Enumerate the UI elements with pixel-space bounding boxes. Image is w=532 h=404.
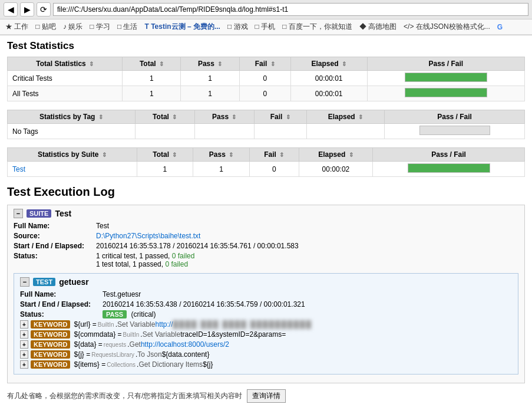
pass-badge: PASS (103, 310, 127, 318)
sort-icon[interactable]: ⇕ (172, 114, 177, 120)
test-status-label: Status: (20, 310, 103, 318)
show-detail-button[interactable]: 查询详情 (247, 389, 286, 403)
bookmark-entertainment[interactable]: ♪ 娱乐 (61, 21, 84, 32)
col-suite-statistics: Statistics by Suite ⇕ (8, 148, 137, 162)
failed-count: 0 failed (172, 252, 195, 260)
bookmark-json[interactable]: </> 在线JSON校验格式化... (402, 21, 492, 32)
row-fail: 0 (239, 86, 290, 101)
address-bar[interactable] (53, 3, 528, 16)
keyword-row-4: + KEYWORD ${j} = RequestsLibrary . To Js… (20, 350, 512, 359)
keyword-badge-4: KEYWORD (31, 350, 70, 359)
bookmark-tieba[interactable]: □ 贴吧 (34, 21, 58, 32)
sort-icon[interactable]: ⇕ (279, 152, 284, 158)
row-total: 1 (137, 162, 193, 177)
sort-icon[interactable]: ⇕ (286, 114, 290, 120)
bookmark-study[interactable]: □ 学习 (88, 21, 112, 32)
test-collapse-button[interactable]: − (20, 277, 29, 287)
suite-collapse-button[interactable]: − (14, 209, 23, 218)
localhost-link[interactable]: http://localhost:8000/users/2 (141, 340, 229, 349)
bookmark-gaode[interactable]: ◆ 高德地图 (358, 21, 398, 32)
sort-icon[interactable]: ⇕ (102, 152, 107, 158)
bookmark-life[interactable]: □ 生活 (115, 21, 140, 32)
keyword-badge-3: KEYWORD (31, 340, 70, 349)
sort-icon[interactable]: ⇕ (229, 152, 233, 158)
col-passfail: Pass / Fail (367, 57, 524, 71)
sort-icon[interactable]: ⇕ (358, 114, 363, 120)
row-name: Critical Tests (8, 71, 123, 86)
col-tag-passfail: Pass / Fail (385, 110, 525, 124)
suite-link[interactable]: Test (12, 165, 25, 173)
bookmark-phone[interactable]: □ 手机 (253, 21, 277, 32)
test-full-name-label: Full Name: (20, 290, 103, 298)
row-notags: No Tags (8, 124, 136, 139)
sort-pass-icon[interactable]: ⇕ (217, 61, 222, 67)
keyword-method-5: Get Dictionary Items (138, 360, 203, 369)
keyword-expand-3[interactable]: + (20, 340, 28, 349)
timing-label: Start / End / Elapsed: (14, 242, 96, 250)
bookmark-work[interactable]: ★ 工作 (4, 21, 30, 32)
progress-fill (408, 164, 490, 172)
status-label: Status: (14, 252, 96, 268)
sort-icon[interactable]: ⇕ (349, 152, 353, 158)
test-timing-value: 20160214 16:35:53.438 / 20160214 16:35:5… (103, 300, 512, 308)
source-value[interactable]: D:\Python27\Scripts\baihe\test.txt (96, 232, 518, 240)
keyword-badge-2: KEYWORD (31, 330, 70, 339)
keyword-text-1: ${url} = (74, 320, 96, 329)
keyword-value-link-3[interactable]: http://localhost:8000/users/2 (141, 340, 229, 349)
keyword-expand-2[interactable]: + (20, 330, 28, 339)
timing-value: 20160214 16:35:53.178 / 20160214 16:35:5… (96, 242, 518, 250)
sort-tag-icon[interactable]: ⇕ (98, 114, 103, 120)
table-row: All Tests 1 1 0 00:00:01 (8, 86, 525, 101)
row-suite-name[interactable]: Test (8, 162, 137, 177)
row-passfail (373, 162, 525, 177)
forward-button[interactable]: ▶ (20, 2, 34, 17)
sort-total-icon[interactable]: ⇕ (159, 61, 164, 67)
bookmark-game[interactable]: □ 游戏 (226, 21, 250, 32)
col-elapsed: Elapsed ⇕ (290, 57, 367, 71)
sort-fail-icon[interactable]: ⇕ (270, 61, 275, 67)
progress-fill (405, 73, 487, 81)
test-timing-row: Start / End / Elapsed: 20160214 16:35:53… (20, 300, 512, 308)
col-total: Total ⇕ (123, 57, 181, 71)
builtin-label-5: Collections (107, 362, 136, 368)
timing-row: Start / End / Elapsed: 20160214 16:35:53… (14, 242, 518, 250)
reload-button[interactable]: ⟳ (37, 2, 51, 17)
source-link[interactable]: D:\Python27\Scripts\baihe\test.txt (96, 232, 200, 240)
col-tag-statistics: Statistics by Tag ⇕ (8, 110, 136, 124)
status-row: Status: 1 critical test, 1 passed, 0 fai… (14, 252, 518, 268)
full-name-label: Full Name: (14, 222, 96, 230)
sort-icon[interactable]: ⇕ (232, 114, 236, 120)
test-name: getuesr (59, 277, 89, 287)
table-row: Critical Tests 1 1 0 00:00:01 (8, 71, 525, 86)
keyword-expand-4[interactable]: + (20, 350, 28, 359)
sort-elapsed-icon[interactable]: ⇕ (342, 61, 346, 67)
bookmark-baidu[interactable]: □ 百度一下，你就知道 (280, 21, 354, 32)
col-total-statistics: Total Statistics ⇕ (8, 57, 123, 71)
row-elapsed: 00:00:01 (290, 71, 367, 86)
col-pass: Pass ⇕ (181, 57, 239, 71)
back-button[interactable]: ◀ (4, 2, 18, 17)
test-badge: TEST (33, 278, 55, 286)
section-title: Test Statistics (7, 40, 525, 52)
row-pass: 1 (181, 71, 239, 86)
keyword-expand-5[interactable]: + (20, 360, 28, 369)
test-block: − TEST getuesr Full Name: Test.getuesr S… (14, 273, 518, 375)
keyword-value-url: http:// (155, 320, 173, 329)
table-row: No Tags (8, 124, 525, 139)
test-full-name-value: Test.getuesr (103, 290, 512, 298)
keyword-expand-1[interactable]: + (20, 320, 28, 329)
keyword-method-2: Set Variable (143, 330, 180, 339)
row-pass (194, 124, 254, 139)
col-suite-fail: Fail ⇕ (249, 148, 299, 162)
sort-icon[interactable]: ⇕ (172, 152, 177, 158)
row-pass: 1 (193, 162, 250, 177)
bookmark-testin[interactable]: T Testin云测 – 免费的... (143, 21, 222, 32)
progress-bar (405, 88, 487, 97)
row-pass: 1 (181, 86, 239, 101)
bookmark-google[interactable]: G (495, 22, 504, 32)
builtin-label-1: BuiltIn (98, 321, 114, 328)
col-tag-total: Total ⇕ (135, 110, 194, 124)
builtin-label-3: requests (104, 341, 126, 348)
sort-icon[interactable]: ⇕ (89, 61, 94, 67)
keyword-row-2: + KEYWORD ${commdata} = BuiltIn . Set Va… (20, 330, 512, 339)
